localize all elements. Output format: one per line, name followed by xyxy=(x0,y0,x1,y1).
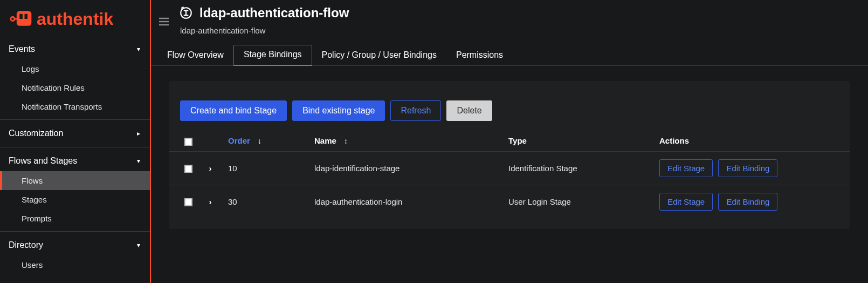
nav: Events ▾ Logs Notification Rules Notific… xyxy=(0,38,150,275)
toolbar: Create and bind Stage Bind existing stag… xyxy=(169,100,850,131)
tab-stage-bindings[interactable]: Stage Bindings xyxy=(233,45,312,66)
divider xyxy=(0,119,150,120)
panel: Create and bind Stage Bind existing stag… xyxy=(169,81,850,229)
tab-permissions[interactable]: Permissions xyxy=(446,46,513,65)
cell-type: User Login Stage xyxy=(502,185,653,218)
svg-rect-2 xyxy=(25,14,28,19)
divider xyxy=(0,231,150,232)
svg-rect-0 xyxy=(17,11,32,26)
edit-stage-button[interactable]: Edit Stage xyxy=(659,159,713,177)
nav-item-stages[interactable]: Stages xyxy=(0,190,150,209)
nav-group-label: Directory xyxy=(9,240,43,250)
refresh-button[interactable]: Refresh xyxy=(390,100,441,121)
edit-binding-button[interactable]: Edit Binding xyxy=(718,193,777,211)
hamburger-icon xyxy=(157,15,170,28)
nav-item-notification-rules[interactable]: Notification Rules xyxy=(0,78,150,97)
content: Create and bind Stage Bind existing stag… xyxy=(151,66,868,283)
page-subtitle: ldap-authentication-flow xyxy=(179,26,349,35)
cell-type: Identification Stage xyxy=(502,151,653,185)
tab-flow-overview[interactable]: Flow Overview xyxy=(157,46,233,65)
cell-name: ldap-authentication-login xyxy=(308,185,502,218)
tab-policy-bindings[interactable]: Policy / Group / User Bindings xyxy=(312,46,446,65)
flow-icon xyxy=(179,6,193,20)
chevron-right-icon: ▸ xyxy=(137,130,140,137)
col-label: Order xyxy=(228,136,250,145)
nav-group-events[interactable]: Events ▾ xyxy=(0,39,150,59)
col-label: Name xyxy=(314,136,336,145)
sidebar: authentik Events ▾ Logs Notification Rul… xyxy=(0,0,151,283)
svg-rect-1 xyxy=(19,14,23,19)
nav-group-label: Flows and Stages xyxy=(9,156,77,166)
col-name[interactable]: Name ↕ xyxy=(308,131,502,151)
cell-order: 30 xyxy=(222,185,308,218)
nav-group-flows-stages[interactable]: Flows and Stages ▾ xyxy=(0,151,150,171)
nav-item-flows[interactable]: Flows xyxy=(0,171,150,190)
brand-name: authentik xyxy=(37,9,113,29)
nav-group-label: Events xyxy=(9,44,35,54)
nav-group-directory[interactable]: Directory ▾ xyxy=(0,235,150,255)
logo[interactable]: authentik xyxy=(0,0,150,38)
row-checkbox[interactable] xyxy=(184,198,192,206)
chevron-down-icon: ▾ xyxy=(137,45,140,53)
brand-icon xyxy=(10,9,33,29)
tabs: Flow Overview Stage Bindings Policy / Gr… xyxy=(151,35,868,66)
select-all-checkbox[interactable] xyxy=(184,138,192,146)
bind-existing-stage-button[interactable]: Bind existing stage xyxy=(292,100,385,121)
nav-item-notification-transports[interactable]: Notification Transports xyxy=(0,97,150,116)
topbar: ldap-authentication-flow ldap-authentica… xyxy=(151,0,868,35)
table-row: › 10 ldap-identification-stage Identific… xyxy=(169,151,850,185)
bindings-table: Order ↓ Name ↕ Type Actions › xyxy=(169,131,850,218)
chevron-down-icon: ▾ xyxy=(137,157,140,165)
nav-group-label: Customization xyxy=(9,129,63,138)
page-title: ldap-authentication-flow xyxy=(199,5,349,21)
cell-name: ldap-identification-stage xyxy=(308,151,502,185)
table-row: › 30 ldap-authentication-login User Logi… xyxy=(169,185,850,218)
nav-item-logs[interactable]: Logs xyxy=(0,59,150,78)
col-type: Type xyxy=(502,131,653,151)
nav-item-users[interactable]: Users xyxy=(0,255,150,274)
chevron-down-icon: ▾ xyxy=(137,241,140,249)
edit-stage-button[interactable]: Edit Stage xyxy=(659,193,713,211)
nav-group-customization[interactable]: Customization ▸ xyxy=(0,123,150,144)
main: ldap-authentication-flow ldap-authentica… xyxy=(151,0,868,283)
sort-down-icon: ↓ xyxy=(258,137,261,145)
sidebar-toggle[interactable] xyxy=(153,11,175,32)
row-checkbox[interactable] xyxy=(184,165,192,173)
divider xyxy=(0,147,150,147)
create-bind-stage-button[interactable]: Create and bind Stage xyxy=(180,100,287,121)
nav-item-prompts[interactable]: Prompts xyxy=(0,209,150,228)
cell-order: 10 xyxy=(222,151,308,185)
edit-binding-button[interactable]: Edit Binding xyxy=(718,159,777,177)
sort-icon: ↕ xyxy=(344,137,348,145)
col-actions: Actions xyxy=(653,131,850,151)
expand-row-icon[interactable]: › xyxy=(209,164,212,173)
col-order[interactable]: Order ↓ xyxy=(222,131,308,151)
delete-button[interactable]: Delete xyxy=(446,100,492,121)
expand-row-icon[interactable]: › xyxy=(209,197,212,206)
